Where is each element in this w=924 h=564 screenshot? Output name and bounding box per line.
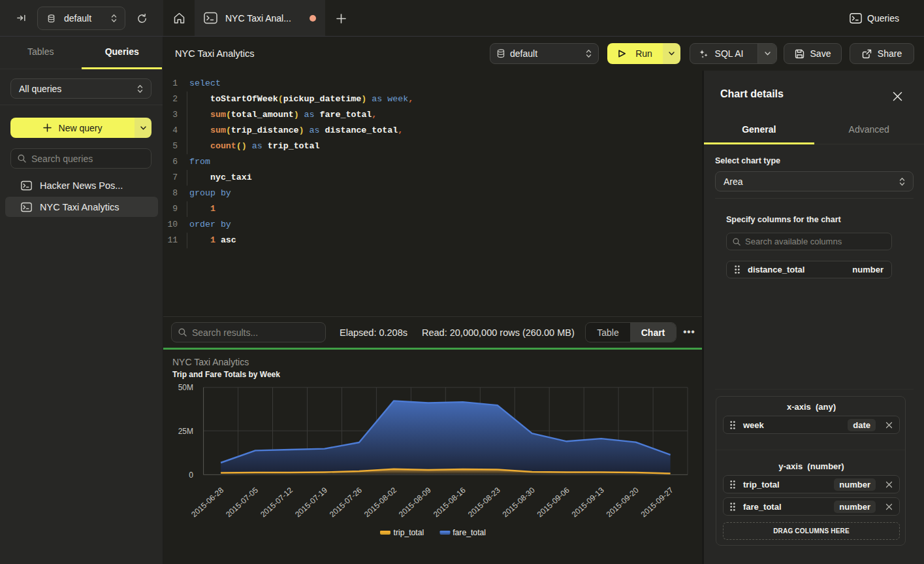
svg-text:2015-07-19: 2015-07-19	[293, 486, 329, 520]
svg-text:trip_total: trip_total	[394, 528, 424, 537]
svg-text:2015-08-02: 2015-08-02	[362, 486, 398, 520]
svg-text:2015-08-30: 2015-08-30	[501, 486, 537, 520]
svg-text:50M: 50M	[178, 383, 193, 392]
svg-text:2015-09-06: 2015-09-06	[535, 486, 571, 520]
svg-text:25M: 25M	[178, 427, 193, 436]
svg-text:2015-09-20: 2015-09-20	[605, 486, 641, 520]
svg-text:fare_total: fare_total	[453, 528, 486, 537]
svg-text:2015-09-27: 2015-09-27	[639, 486, 675, 520]
svg-text:2015-07-12: 2015-07-12	[259, 486, 295, 520]
svg-text:0: 0	[189, 471, 193, 480]
svg-text:2015-07-05: 2015-07-05	[224, 486, 260, 520]
svg-text:2015-09-13: 2015-09-13	[570, 486, 606, 520]
svg-text:2015-08-23: 2015-08-23	[466, 486, 502, 520]
svg-text:2015-07-26: 2015-07-26	[328, 486, 364, 520]
svg-text:2015-06-28: 2015-06-28	[189, 486, 225, 520]
svg-text:2015-08-16: 2015-08-16	[432, 486, 468, 520]
svg-text:2015-08-09: 2015-08-09	[397, 486, 433, 520]
